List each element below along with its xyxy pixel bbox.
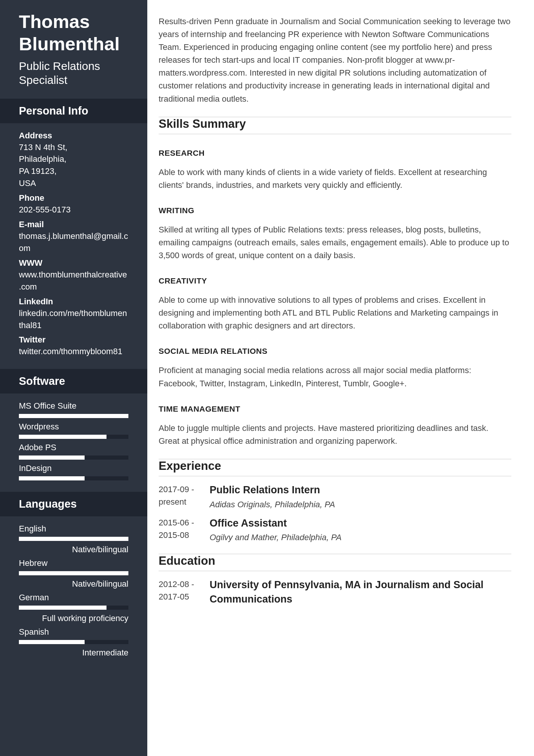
skill-bar-fill	[19, 537, 128, 541]
experience-body: 2017-09 - presentPublic Relations Intern…	[159, 483, 511, 543]
experience-company: Adidas Originals, Philadelphia, PA	[210, 500, 511, 510]
skill-bar-fill	[19, 571, 128, 575]
languages-header: Languages	[0, 492, 147, 516]
skills-body: RESEARCHAble to work with many kinds of …	[159, 149, 511, 448]
experience-row: 2017-09 - presentPublic Relations Intern…	[159, 483, 511, 510]
info-label: Phone	[19, 193, 128, 203]
experience-title: Office Assistant	[210, 516, 511, 531]
skill-bar	[19, 476, 128, 480]
education-content: University of Pennsylvania, MA in Journa…	[210, 578, 511, 607]
info-label: Twitter	[19, 335, 128, 345]
skill-heading: CREATIVITY	[159, 276, 511, 285]
info-label: WWW	[19, 258, 128, 268]
skill-description: Able to juggle multiple clients and proj…	[159, 422, 511, 448]
skill-description: Skilled at writing all types of Public R…	[159, 223, 511, 262]
software-name: MS Office Suite	[19, 401, 128, 411]
software-body: MS Office SuiteWordpressAdobe PSInDesign	[0, 393, 147, 492]
education-title: University of Pennsylvania, MA in Journa…	[210, 578, 511, 607]
software-header: Software	[0, 369, 147, 393]
job-title: Public Relations Specialist	[19, 59, 128, 87]
experience-title: Public Relations Intern	[210, 483, 511, 497]
experience-content: Office AssistantOgilvy and Mather, Phila…	[210, 516, 511, 543]
education-header: Education	[159, 554, 511, 571]
skill-bar	[19, 435, 128, 439]
info-value: 713 N 4th St, Philadelphia, PA 19123, US…	[19, 141, 128, 190]
skill-bar	[19, 640, 128, 644]
language-name: Spanish	[19, 627, 128, 637]
info-value: www.thomblumenthalcreative.com	[19, 269, 128, 293]
language-item: GermanFull working proficiency	[19, 593, 128, 623]
language-item: SpanishIntermediate	[19, 627, 128, 658]
language-item: HebrewNative/bilingual	[19, 558, 128, 589]
software-item: Adobe PS	[19, 443, 128, 460]
experience-header: Experience	[159, 459, 511, 476]
language-name: Hebrew	[19, 558, 128, 568]
skill-description: Proficient at managing social media rela…	[159, 364, 511, 390]
info-label: E-mail	[19, 220, 128, 229]
info-value: linkedin.com/me/thomblumenthal81	[19, 307, 128, 332]
main-content: Results-driven Penn graduate in Journali…	[147, 0, 534, 756]
skills-summary-header: Skills Summary	[159, 117, 511, 134]
experience-content: Public Relations InternAdidas Originals,…	[210, 483, 511, 510]
education-row: 2012-08 - 2017-05University of Pennsylva…	[159, 578, 511, 607]
language-level: Native/bilingual	[19, 545, 128, 555]
personal-info-header: Personal Info	[0, 99, 147, 123]
software-name: Adobe PS	[19, 443, 128, 452]
skill-bar	[19, 571, 128, 575]
skill-heading: RESEARCH	[159, 149, 511, 158]
skill-bar-fill	[19, 476, 85, 480]
experience-dates: 2017-09 - present	[159, 483, 210, 510]
software-name: Wordpress	[19, 422, 128, 432]
experience-dates: 2015-06 - 2015-08	[159, 516, 210, 543]
software-item: MS Office Suite	[19, 401, 128, 418]
education-dates: 2012-08 - 2017-05	[159, 578, 210, 607]
skill-bar	[19, 606, 128, 610]
name-block: Thomas Blumenthal Public Relations Speci…	[0, 0, 147, 99]
skill-bar	[19, 455, 128, 460]
info-label: Address	[19, 131, 128, 141]
skill-bar-fill	[19, 606, 106, 610]
summary-text: Results-driven Penn graduate in Journali…	[159, 15, 511, 105]
skill-description: Able to come up with innovative solution…	[159, 294, 511, 332]
language-name: German	[19, 593, 128, 603]
skill-heading: TIME MANAGEMENT	[159, 404, 511, 414]
software-name: InDesign	[19, 463, 128, 473]
skill-heading: SOCIAL MEDIA RELATIONS	[159, 347, 511, 356]
info-label: LinkedIn	[19, 297, 128, 307]
skill-bar-fill	[19, 414, 128, 418]
language-level: Native/bilingual	[19, 579, 128, 589]
personal-info-body: Address713 N 4th St, Philadelphia, PA 19…	[0, 123, 147, 369]
skill-bar	[19, 414, 128, 418]
language-level: Full working proficiency	[19, 613, 128, 623]
sidebar: Thomas Blumenthal Public Relations Speci…	[0, 0, 147, 756]
info-value: 202-555-0173	[19, 204, 128, 216]
skill-bar	[19, 537, 128, 541]
person-name: Thomas Blumenthal	[19, 11, 128, 55]
software-item: InDesign	[19, 463, 128, 480]
language-level: Intermediate	[19, 648, 128, 658]
languages-body: EnglishNative/bilingualHebrewNative/bili…	[0, 516, 147, 669]
software-item: Wordpress	[19, 422, 128, 439]
skill-heading: WRITING	[159, 206, 511, 215]
skill-bar-fill	[19, 640, 85, 644]
info-value: twitter.com/thommybloom81	[19, 345, 128, 358]
language-name: English	[19, 524, 128, 534]
experience-company: Ogilvy and Mather, Philadelphia, PA	[210, 533, 511, 542]
skill-description: Able to work with many kinds of clients …	[159, 166, 511, 192]
skill-bar-fill	[19, 435, 106, 439]
info-value: thomas.j.blumenthal@gmail.com	[19, 230, 128, 254]
education-body: 2012-08 - 2017-05University of Pennsylva…	[159, 578, 511, 607]
skill-bar-fill	[19, 455, 85, 460]
language-item: EnglishNative/bilingual	[19, 524, 128, 555]
experience-row: 2015-06 - 2015-08Office AssistantOgilvy …	[159, 516, 511, 543]
